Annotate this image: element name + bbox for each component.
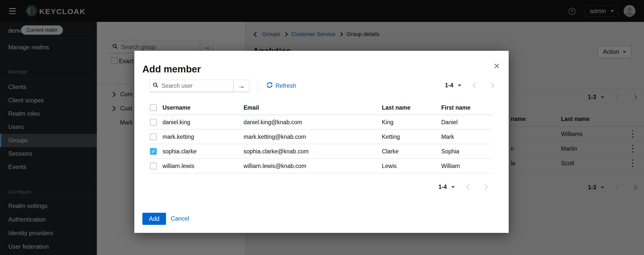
close-icon[interactable]: × <box>494 61 500 71</box>
email-cell: william.lewis@knab.com <box>244 162 306 169</box>
table-row: daniel.king daniel.king@knab.com King Da… <box>149 115 493 130</box>
email-cell: daniel.king@knab.com <box>244 119 302 125</box>
refresh-button[interactable]: Refresh <box>266 82 296 90</box>
modal-pagination-top: 1-4 <box>445 82 494 89</box>
modal-toolbar: → Refresh 1-4 <box>134 80 509 92</box>
last-name-cell: Clarke <box>382 148 398 155</box>
email-cell: sophia.clarke@knab.com <box>244 148 309 155</box>
search-icon <box>153 82 158 90</box>
divider <box>258 80 258 92</box>
table-row: mark.ketting mark.ketting@knab.com Ketti… <box>149 130 493 144</box>
first-name-cell: Sophia <box>441 148 459 155</box>
first-name-header: First name <box>441 104 470 111</box>
add-button[interactable]: Add <box>142 213 166 225</box>
username-header: Username <box>163 104 190 111</box>
username-cell: daniel.king <box>163 119 190 125</box>
search-user-input[interactable] <box>161 82 230 90</box>
table-header-row: Username Email Last name First name <box>149 101 493 115</box>
add-member-modal: Add member × → <box>134 51 509 233</box>
first-name-cell: Daniel <box>441 119 458 125</box>
user-select-table: Username Email Last name First name dani… <box>149 101 493 173</box>
pagination-range: 1-4 <box>438 184 447 190</box>
prev-page-icon[interactable] <box>466 184 471 190</box>
first-name-cell: William <box>441 162 460 169</box>
row-checkbox[interactable] <box>150 133 157 140</box>
row-checkbox[interactable] <box>150 162 157 169</box>
select-all-checkbox[interactable] <box>150 104 157 111</box>
refresh-icon <box>266 82 273 90</box>
row-checkbox[interactable] <box>150 148 157 155</box>
row-checkbox[interactable] <box>150 119 157 125</box>
table-row: william.lewis william.lewis@knab.com Lew… <box>149 159 493 173</box>
next-page-icon[interactable] <box>489 83 494 88</box>
prev-page-icon[interactable] <box>473 83 478 88</box>
email-cell: mark.ketting@knab.com <box>244 133 306 140</box>
last-name-header: Last name <box>382 104 411 111</box>
last-name-cell: Ketting <box>382 133 400 140</box>
next-page-icon[interactable] <box>482 184 488 190</box>
search-user-submit-arrow-icon[interactable]: → <box>233 80 249 92</box>
first-name-cell: Mark <box>441 133 454 140</box>
pagination-range: 1-4 <box>445 82 453 89</box>
keycloak-admin-screen: KEYCLOAK admin demo Current realm Manage… <box>0 0 644 255</box>
last-name-cell: Lewis <box>382 162 397 169</box>
username-cell: william.lewis <box>163 162 194 169</box>
cancel-button[interactable]: Cancel <box>171 215 189 222</box>
username-cell: sophia.clarke <box>163 148 197 155</box>
pagination-caret-icon[interactable] <box>458 84 461 87</box>
pagination-caret-icon[interactable] <box>451 186 455 188</box>
search-user-control: → <box>149 80 249 92</box>
refresh-label: Refresh <box>275 82 296 89</box>
modal-pagination-bottom: 1-4 <box>438 184 487 190</box>
table-row: sophia.clarke sophia.clarke@knab.com Cla… <box>149 144 493 159</box>
username-cell: mark.ketting <box>163 133 194 140</box>
last-name-cell: King <box>382 119 393 125</box>
modal-title: Add member <box>142 64 201 75</box>
email-header: Email <box>244 104 259 111</box>
